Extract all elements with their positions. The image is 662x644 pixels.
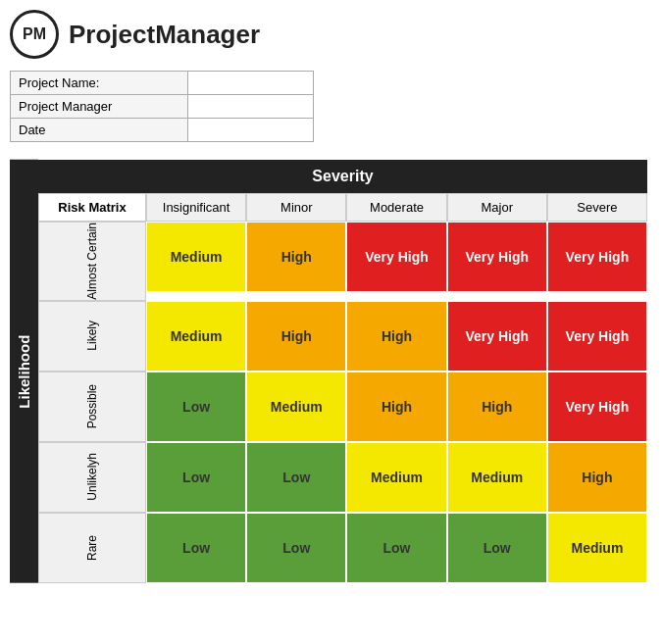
- risk-cell-high: High: [246, 222, 346, 292]
- risk-cell-very-high: Very High: [547, 372, 647, 442]
- severity-col-header: Moderate: [346, 193, 446, 222]
- matrix-row: Almost CertainMediumHighVery HighVery Hi…: [38, 222, 647, 301]
- project-field-value: [187, 95, 314, 119]
- row-label: Rare: [85, 535, 99, 561]
- risk-cell-very-high: Very High: [547, 301, 647, 372]
- risk-cell-low: Low: [146, 442, 246, 513]
- severity-header: Severity: [38, 160, 647, 193]
- risk-cells: LowMediumHighHighVery High: [146, 372, 647, 442]
- risk-cell-high: High: [346, 301, 446, 372]
- row-label-cell: Unlikelyh: [38, 442, 146, 513]
- risk-matrix-corner-label: Risk Matrix: [38, 193, 146, 222]
- column-headers-row: Risk Matrix InsignificantMinorModerateMa…: [38, 193, 647, 222]
- severity-col-header: Major: [447, 193, 547, 222]
- row-label-cell: Likely: [38, 301, 146, 372]
- risk-cell-low: Low: [346, 513, 446, 583]
- risk-cell-high: High: [346, 372, 446, 442]
- matrix-row: PossibleLowMediumHighHighVery High: [38, 372, 647, 442]
- project-field-label: Project Manager: [11, 95, 188, 119]
- row-label: Likely: [85, 321, 99, 351]
- project-field-value: [187, 72, 314, 95]
- risk-cell-low: Low: [246, 513, 346, 583]
- risk-cell-low: Low: [146, 513, 246, 583]
- risk-cell-very-high: Very High: [346, 222, 446, 292]
- app-title: ProjectManager: [69, 20, 260, 50]
- risk-cell-high: High: [547, 442, 647, 513]
- matrix-row: RareLowLowLowLowMedium: [38, 513, 647, 583]
- project-field-label: Project Name:: [11, 72, 188, 95]
- row-label-cell: Rare: [38, 513, 146, 583]
- matrix-rows: Almost CertainMediumHighVery HighVery Hi…: [38, 222, 647, 583]
- project-field-label: Date: [11, 119, 188, 142]
- risk-cell-low: Low: [146, 372, 246, 442]
- risk-cells: MediumHighVery HighVery HighVery High: [146, 222, 647, 301]
- risk-cell-medium: Medium: [547, 513, 647, 583]
- app-logo: PM: [10, 10, 59, 59]
- severity-col-header: Minor: [246, 193, 346, 222]
- risk-cell-medium: Medium: [146, 301, 246, 372]
- app-header: PM ProjectManager: [10, 10, 652, 59]
- risk-cell-high: High: [447, 372, 547, 442]
- matrix-row: LikelyMediumHighHighVery HighVery High: [38, 301, 647, 372]
- row-label-cell: Almost Certain: [38, 222, 146, 301]
- risk-matrix-container: Likelihood Severity Risk Matrix Insignif…: [10, 160, 647, 583]
- severity-col-header: Severe: [547, 193, 647, 222]
- risk-cell-high: High: [246, 301, 346, 372]
- matrix-inner: Severity Risk Matrix InsignificantMinorM…: [38, 160, 647, 583]
- risk-cell-very-high: Very High: [447, 301, 547, 372]
- row-label-cell: Possible: [38, 372, 146, 442]
- likelihood-label: Likelihood: [10, 160, 38, 583]
- row-label: Almost Certain: [85, 223, 99, 300]
- risk-cell-low: Low: [246, 442, 346, 513]
- risk-cells: LowLowLowLowMedium: [146, 513, 647, 583]
- project-field-value: [187, 119, 314, 142]
- severity-col-header: Insignificant: [146, 193, 246, 222]
- risk-cell-medium: Medium: [346, 442, 446, 513]
- row-label: Possible: [85, 384, 99, 428]
- risk-cell-very-high: Very High: [447, 222, 547, 292]
- risk-cell-low: Low: [447, 513, 547, 583]
- row-label: Unlikelyh: [85, 453, 99, 501]
- matrix-outer: Likelihood Severity Risk Matrix Insignif…: [10, 160, 647, 583]
- matrix-row: UnlikelyhLowLowMediumMediumHigh: [38, 442, 647, 513]
- risk-cell-medium: Medium: [146, 222, 246, 292]
- risk-cell-medium: Medium: [246, 372, 346, 442]
- risk-cell-medium: Medium: [447, 442, 547, 513]
- risk-cells: MediumHighHighVery HighVery High: [146, 301, 647, 372]
- severity-col-headers: InsignificantMinorModerateMajorSevere: [146, 193, 647, 222]
- risk-cells: LowLowMediumMediumHigh: [146, 442, 647, 513]
- project-info-table: Project Name:Project ManagerDate: [10, 71, 314, 142]
- risk-cell-very-high: Very High: [547, 222, 647, 292]
